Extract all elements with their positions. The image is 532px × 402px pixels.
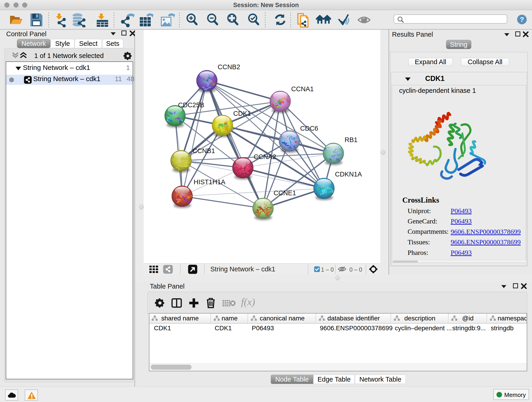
svg-text:CCNB2: CCNB2 xyxy=(218,63,240,70)
svg-text:CCNA1: CCNA1 xyxy=(291,85,314,93)
svg-text:RB1: RB1 xyxy=(345,136,357,143)
svg-text:CCNE1: CCNE1 xyxy=(273,189,296,197)
svg-text:CCNA2: CCNA2 xyxy=(254,153,276,160)
svg-text:CDC25B: CDC25B xyxy=(178,101,204,109)
svg-text:CDKN1A: CDKN1A xyxy=(335,171,362,178)
svg-text:CCNB1: CCNB1 xyxy=(192,147,215,154)
svg-text:?: ? xyxy=(520,16,524,23)
svg-text:CDC6: CDC6 xyxy=(300,125,318,132)
svg-text:HIST1H1A: HIST1H1A xyxy=(194,178,225,186)
svg-text:CDK1: CDK1 xyxy=(233,110,251,117)
